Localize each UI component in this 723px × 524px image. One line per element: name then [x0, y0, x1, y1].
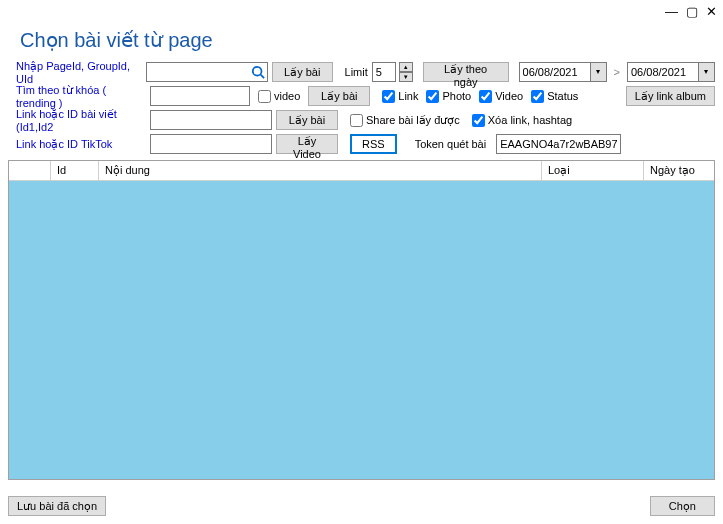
postid-input[interactable] [150, 110, 272, 130]
photo-checkbox[interactable] [426, 90, 439, 103]
get-album-button[interactable]: Lấy link album [626, 86, 715, 106]
svg-line-1 [261, 75, 265, 79]
status-cb-label: Status [547, 90, 578, 102]
link-checkbox[interactable] [382, 90, 395, 103]
date-to-input[interactable] [627, 62, 699, 82]
label-pageid: Nhập PageId, GroupId, UId [16, 60, 142, 85]
status-checkbox[interactable] [531, 90, 544, 103]
get-video-button[interactable]: Lấy Video [276, 134, 338, 154]
cvideo-cb-label: Video [495, 90, 523, 102]
token-input[interactable] [496, 134, 621, 154]
keyword-input[interactable] [150, 86, 250, 106]
col-content[interactable]: Nội dung [99, 161, 542, 180]
label-keyword: Tìm theo từ khóa ( trending ) [16, 84, 146, 109]
pageid-input[interactable] [146, 62, 268, 82]
col-type[interactable]: Loại [542, 161, 644, 180]
results-table: Id Nội dung Loại Ngày tạo [8, 160, 715, 480]
choose-button[interactable]: Chọn [650, 496, 715, 516]
photo-cb-label: Photo [442, 90, 471, 102]
limit-input[interactable] [372, 62, 396, 82]
limit-spinner[interactable]: ▲▼ [399, 62, 413, 82]
cvideo-checkbox[interactable] [479, 90, 492, 103]
svg-point-0 [253, 67, 262, 76]
col-check[interactable] [9, 161, 51, 180]
get-post-button-2[interactable]: Lấy bài [308, 86, 370, 106]
label-tiktok: Link hoặc ID TikTok [16, 138, 146, 151]
chevron-down-icon[interactable]: ▾ [699, 62, 715, 82]
table-body[interactable] [9, 181, 714, 479]
limit-label: Limit [345, 66, 368, 78]
date-from-input[interactable] [519, 62, 591, 82]
video-cb-label: video [274, 90, 300, 102]
page-title: Chọn bài viết từ page [0, 22, 723, 60]
get-by-date-button[interactable]: Lấy theo ngày [423, 62, 509, 82]
get-post-button-3[interactable]: Lấy bài [276, 110, 338, 130]
tiktok-input[interactable] [150, 134, 272, 154]
label-postid: Link hoặc ID bài viết (Id1,Id2 [16, 108, 146, 133]
col-id[interactable]: Id [51, 161, 99, 180]
col-date[interactable]: Ngày tạo [644, 161, 714, 180]
table-header: Id Nội dung Loại Ngày tạo [9, 161, 714, 181]
maximize-icon[interactable]: ▢ [686, 4, 698, 19]
chevron-down-icon[interactable]: ▾ [591, 62, 607, 82]
get-post-button-1[interactable]: Lấy bài [272, 62, 333, 82]
token-label: Token quét bài [415, 138, 487, 150]
minimize-icon[interactable]: — [665, 4, 678, 19]
link-cb-label: Link [398, 90, 418, 102]
close-icon[interactable]: ✕ [706, 4, 717, 19]
search-icon[interactable] [251, 65, 265, 79]
share-cb-label: Share bài lấy được [366, 114, 460, 127]
xoa-cb-label: Xóa link, hashtag [488, 114, 572, 126]
save-selected-button[interactable]: Lưu bài đã chọn [8, 496, 106, 516]
rss-button[interactable]: RSS [350, 134, 397, 154]
date-separator: > [614, 66, 620, 78]
video-checkbox[interactable] [258, 90, 271, 103]
share-checkbox[interactable] [350, 114, 363, 127]
xoa-checkbox[interactable] [472, 114, 485, 127]
